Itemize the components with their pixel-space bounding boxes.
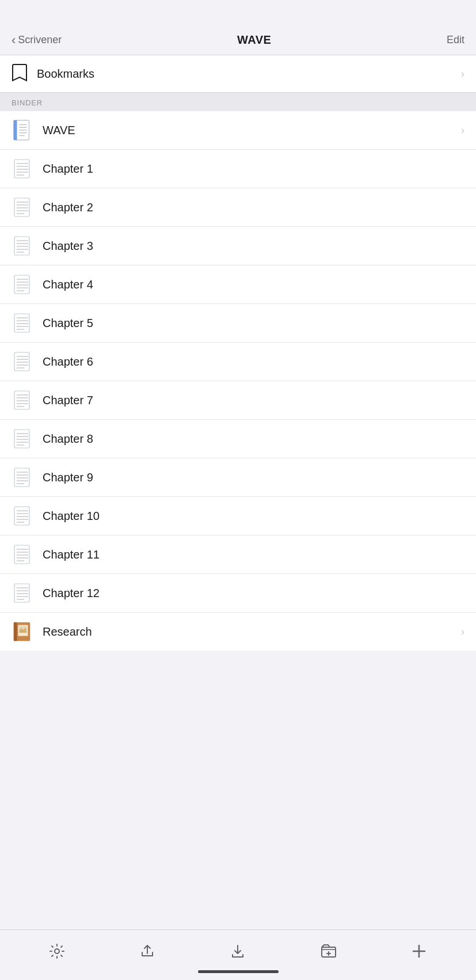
- share-button[interactable]: [130, 937, 165, 966]
- status-bar: [0, 0, 476, 25]
- back-label: Scrivener: [18, 34, 62, 46]
- research-icon: [12, 621, 33, 643]
- chapter-doc-icon: [12, 274, 33, 295]
- research-item[interactable]: Research ›: [0, 613, 476, 651]
- chapter-doc-icon: [12, 466, 33, 488]
- chapter-label: Chapter 3: [43, 240, 464, 253]
- list-item[interactable]: Chapter 7: [0, 381, 476, 420]
- back-button[interactable]: ‹ Scrivener: [12, 34, 62, 47]
- chapter-label: Chapter 1: [43, 162, 464, 176]
- list-item[interactable]: Chapter 12: [0, 574, 476, 613]
- list-item[interactable]: Chapter 1: [0, 150, 476, 188]
- chapter-label: Chapter 2: [43, 201, 464, 214]
- list-item[interactable]: Chapter 3: [0, 227, 476, 265]
- svg-rect-1: [14, 120, 17, 140]
- binder-list: WAVE › Chapter 1: [0, 111, 476, 651]
- gear-button[interactable]: [40, 937, 74, 966]
- chapter-doc-icon: [12, 389, 33, 411]
- chapter-label: Chapter 6: [43, 355, 464, 369]
- chapter-doc-icon: [12, 351, 33, 373]
- chapter-label: Chapter 11: [43, 548, 464, 561]
- home-bar: [198, 970, 279, 973]
- new-folder-icon: [321, 943, 337, 959]
- chapter-label: Chapter 10: [43, 510, 464, 523]
- new-folder-button[interactable]: [311, 937, 346, 966]
- chapter-label: Chapter 7: [43, 394, 464, 407]
- chapter-doc-icon: [12, 235, 33, 257]
- chapter-doc-icon: [12, 196, 33, 218]
- download-icon: [230, 943, 246, 959]
- bookmarks-row[interactable]: Bookmarks ›: [0, 55, 476, 92]
- research-chevron-icon: ›: [461, 626, 464, 638]
- binder-root-label: WAVE: [43, 124, 452, 137]
- research-label: Research: [43, 625, 452, 639]
- toolbar-buttons: [0, 937, 476, 966]
- binder-root-chevron-icon: ›: [461, 124, 464, 136]
- add-icon: [411, 943, 427, 959]
- wave-icon: [12, 119, 33, 141]
- list-item[interactable]: Chapter 6: [0, 343, 476, 381]
- bookmarks-label: Bookmarks: [37, 67, 452, 81]
- page-title: WAVE: [237, 33, 271, 47]
- chapter-doc-icon: [12, 158, 33, 180]
- edit-button[interactable]: Edit: [447, 34, 464, 46]
- nav-header: ‹ Scrivener WAVE Edit: [0, 25, 476, 55]
- download-button[interactable]: [220, 937, 255, 966]
- chapter-doc-icon: [12, 312, 33, 334]
- chapter-doc-icon: [12, 428, 33, 450]
- chapter-label: Chapter 12: [43, 587, 464, 600]
- gear-icon: [49, 943, 65, 959]
- binder-header: BINDER: [0, 93, 476, 111]
- home-indicator: [0, 966, 476, 975]
- chapter-doc-icon: [12, 582, 33, 604]
- chapter-doc-icon: [12, 505, 33, 527]
- chapter-doc-icon: [12, 544, 33, 565]
- svg-rect-80: [14, 622, 17, 641]
- list-item[interactable]: Chapter 8: [0, 420, 476, 458]
- list-item[interactable]: Chapter 10: [0, 497, 476, 535]
- chapter-label: Chapter 4: [43, 278, 464, 291]
- binder-root-item[interactable]: WAVE ›: [0, 111, 476, 150]
- share-icon: [139, 943, 155, 959]
- list-item[interactable]: Chapter 4: [0, 265, 476, 304]
- back-chevron-icon: ‹: [12, 34, 16, 47]
- add-button[interactable]: [402, 937, 436, 966]
- chapter-label: Chapter 9: [43, 471, 464, 484]
- bookmarks-section: Bookmarks ›: [0, 55, 476, 93]
- list-item[interactable]: Chapter 11: [0, 535, 476, 574]
- list-item[interactable]: Chapter 9: [0, 458, 476, 497]
- list-item[interactable]: Chapter 2: [0, 188, 476, 227]
- bookmarks-chevron-icon: ›: [461, 68, 464, 80]
- bookmark-icon: [12, 63, 28, 84]
- chapter-label: Chapter 5: [43, 317, 464, 330]
- svg-point-83: [55, 949, 59, 954]
- chapter-label: Chapter 8: [43, 432, 464, 446]
- binder-section-label: BINDER: [12, 98, 43, 107]
- list-item[interactable]: Chapter 5: [0, 304, 476, 343]
- bottom-toolbar: [0, 929, 476, 980]
